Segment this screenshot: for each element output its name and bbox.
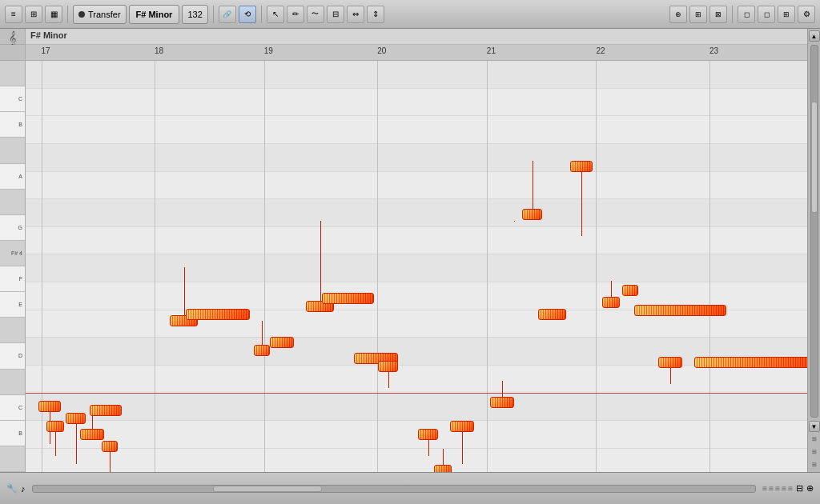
bar-chart-icon[interactable]: ▦: [45, 6, 62, 23]
scroll-up-btn[interactable]: ▲: [809, 30, 820, 42]
right-panel: ▲ ▼ ⊞ ⊞ ⊞: [807, 29, 820, 472]
note-group-7[interactable]: [186, 309, 250, 320]
clef-symbol: 𝄞: [9, 31, 16, 46]
piano-key-A-4[interactable]: A: [0, 164, 25, 190]
right-icon-2[interactable]: ⊞: [809, 446, 820, 458]
grid-icon[interactable]: ⊞: [25, 6, 42, 23]
grid-vline-22: [596, 61, 597, 472]
timeline-ruler[interactable]: 17181920212223: [26, 45, 807, 61]
note-group-27[interactable]: [694, 357, 807, 368]
piano-sidebar: 𝄞 CBAGF# 4FEDCB: [0, 29, 26, 472]
note-stem-14: [428, 440, 429, 456]
piano-key-C-1[interactable]: C: [0, 86, 25, 112]
note-group-25[interactable]: [634, 305, 726, 316]
bottom-scrollbar-track[interactable]: [32, 485, 757, 493]
grid-row-14: [26, 449, 807, 472]
piano-key-F-8[interactable]: F: [0, 266, 25, 292]
piano-key-G-6[interactable]: G: [0, 215, 25, 241]
note-waveform-11: [323, 294, 373, 303]
note-stem-26: [670, 368, 671, 384]
right-scrollbar-thumb[interactable]: [811, 102, 818, 213]
note-group-3[interactable]: [80, 429, 104, 440]
piano-key-Cs-0[interactable]: [0, 61, 25, 86]
window-btn-2[interactable]: ◻: [758, 6, 775, 23]
window-btn-1[interactable]: ◻: [738, 6, 755, 23]
grid-row-3: [26, 144, 807, 172]
note-group-11[interactable]: [322, 293, 374, 304]
piano-key-E-9[interactable]: E: [0, 292, 25, 318]
link-icon: 🔗: [223, 10, 231, 18]
timeline-marker-22: 22: [596, 46, 605, 55]
note-stem-23: [611, 281, 612, 297]
piano-key-B-14[interactable]: B: [0, 421, 25, 446]
loop-button[interactable]: ⟲: [239, 6, 256, 23]
note-waveform-24: [623, 286, 637, 295]
note-waveform-17: [491, 398, 513, 407]
note-group-19[interactable]: [522, 209, 542, 220]
note-group-24[interactable]: [622, 285, 638, 296]
stretch-button[interactable]: ⇔: [347, 6, 364, 23]
piano-key-C-13[interactable]: C: [0, 395, 25, 421]
piano-key-As-15[interactable]: [0, 446, 25, 472]
note-group-21[interactable]: [570, 161, 593, 172]
compress-button[interactable]: ⊟: [327, 6, 344, 23]
note-group-2[interactable]: [66, 413, 86, 424]
note-group-13[interactable]: [378, 361, 398, 372]
note-body-2: [66, 413, 86, 424]
note-grid[interactable]: [26, 61, 807, 472]
note-group-1[interactable]: [46, 421, 64, 432]
note-group-16[interactable]: [450, 421, 474, 432]
note-group-15[interactable]: [434, 465, 452, 472]
note-group-17[interactable]: [490, 397, 514, 408]
note-group-9[interactable]: [270, 337, 294, 348]
settings-button[interactable]: ⚙: [798, 6, 815, 23]
hamburger-icon: ≡: [11, 10, 16, 18]
grid-icon-symbol: ⊞: [30, 10, 37, 18]
note-group-0[interactable]: [38, 401, 61, 412]
key-display[interactable]: F# Minor: [129, 5, 180, 24]
note-group-20[interactable]: [538, 309, 566, 320]
grid-row-13: [26, 421, 807, 449]
scroll-down-btn[interactable]: ▼: [809, 421, 820, 432]
quantize-button[interactable]: ⊕: [669, 6, 687, 23]
note-group-8[interactable]: [254, 345, 270, 356]
note-group-23[interactable]: [602, 297, 620, 308]
piano-key-Gs-5[interactable]: [0, 190, 25, 215]
transfer-button[interactable]: Transfer: [73, 5, 127, 24]
waveform-button[interactable]: 〜: [307, 6, 324, 23]
menu-icon[interactable]: ≡: [5, 6, 22, 23]
zoom-in-icon[interactable]: ⊕: [806, 483, 814, 494]
zoom-button[interactable]: ⊠: [709, 6, 727, 23]
snap-button[interactable]: ⊞: [689, 6, 707, 23]
piano-key-Ds-10[interactable]: [0, 318, 25, 343]
grid-row-4: [26, 172, 807, 200]
note-body-11: [322, 293, 374, 304]
bottom-icon-2[interactable]: ♪: [21, 484, 26, 494]
transport-markers: ⊞ ⊞ ⊞ ⊞ ⊞: [762, 486, 793, 492]
zoom-out-icon[interactable]: ⊟: [796, 483, 803, 494]
pencil-button[interactable]: ✏: [287, 6, 304, 23]
link-button[interactable]: 🔗: [219, 6, 236, 23]
right-icon-3[interactable]: ⊞: [809, 459, 820, 470]
piano-key-Cs-12[interactable]: [0, 370, 25, 395]
piano-key-B-2[interactable]: B: [0, 112, 25, 138]
right-scrollbar-track[interactable]: [810, 45, 818, 418]
note-group-14[interactable]: [418, 429, 438, 440]
note-group-5[interactable]: [102, 441, 118, 452]
cursor-button[interactable]: ↖: [267, 6, 284, 23]
note-waveform-16: [451, 422, 473, 431]
note-group-26[interactable]: [658, 357, 682, 368]
expand-button[interactable]: ⇕: [367, 6, 384, 23]
note-group-4[interactable]: [90, 405, 122, 416]
window-btn-3[interactable]: ⊞: [778, 6, 795, 23]
piano-key-As-3[interactable]: [0, 138, 25, 163]
grid-row-7: [26, 254, 807, 282]
piano-key-Fs 4-7[interactable]: F# 4: [0, 241, 25, 266]
bottom-icon-1[interactable]: 🔧: [6, 483, 18, 494]
right-icon-1[interactable]: ⊞: [809, 434, 820, 445]
bpm-display[interactable]: 132: [182, 5, 207, 24]
bottom-scrollbar-thumb[interactable]: [213, 486, 321, 492]
piano-key-D-11[interactable]: D: [0, 343, 25, 369]
note-stem-21: [581, 172, 582, 236]
note-body-3: [80, 429, 104, 440]
